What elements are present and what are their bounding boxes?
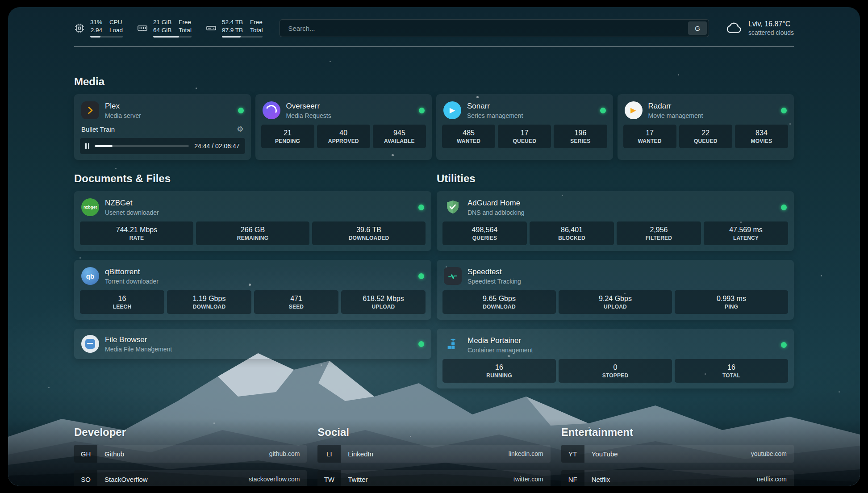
bookmarks-developer: Developer GH Github github.com SO StackO… [74,426,307,486]
cpu-stats: 31% CPU 2.94 Load [90,19,123,33]
bookmark-name: Netflix [584,476,610,483]
section-title-developer: Developer [74,426,307,439]
stat-filtered: 2,956 FILTERED [617,221,701,245]
portainer-link[interactable]: Media Portainer Container management [437,329,794,359]
speedtest-icon [444,267,462,285]
stat-queued: 22 QUEUED [679,125,732,148]
section-title-social: Social [317,426,550,439]
adguard-link[interactable]: AdGuard Home DNS and adblocking [437,191,794,221]
bookmark-abbr: YT [561,445,584,463]
weather-condition: scattered clouds [748,29,794,36]
stat-upload: 618.52 Mbps UPLOAD [341,290,426,314]
bookmark-url: youtube.com [751,450,794,457]
service-card-filebrowser: File Browser Media File Management [74,329,431,359]
stat-available: 945 AVAILABLE [373,125,426,148]
status-dot [600,108,606,113]
disk-total-label: Total [250,27,263,34]
service-subtitle: Usenet downloader [105,209,413,216]
cpu-usage-label: CPU [109,19,123,26]
sonarr-link[interactable]: ▶ Sonarr Series management [436,94,613,125]
service-card-radarr: ▶ Radarr Movie management 17 WANTED 22 Q… [618,94,794,160]
stat-download: 9.65 Gbps DOWNLOAD [442,290,556,314]
status-dot [238,108,244,113]
ram-icon [137,23,148,33]
filebrowser-link[interactable]: File Browser Media File Management [74,329,431,359]
stat-movies: 834 MOVIES [735,125,788,148]
service-name: Overseerr [286,102,413,111]
status-dot [419,108,425,113]
portainer-icon [444,336,462,354]
memory-free-value: 21 GiB [153,19,171,26]
memory-total-value: 64 GiB [153,27,171,34]
bookmark-stackoverflow[interactable]: SO StackOverflow stackoverflow.com [74,470,307,486]
playback-progress-bar [95,145,189,147]
service-subtitle: Movie management [648,112,776,119]
overseerr-icon [263,101,280,119]
pause-icon [85,143,89,149]
bookmark-linkedin[interactable]: LI LinkedIn linkedin.com [317,445,550,463]
service-card-qbittorrent: qb qBittorrent Torrent downloader 16 LEE… [74,260,431,320]
service-subtitle: Media Requests [286,112,413,119]
service-subtitle: Series management [467,112,594,119]
bookmarks-entertainment: Entertainment YT YouTube youtube.com NF … [561,426,794,486]
stat-approved: 40 APPROVED [317,125,370,148]
status-dot [781,205,787,210]
stat-running: 16 RUNNING [442,359,556,383]
nzbget-link[interactable]: nzbget NZBGet Usenet downloader [74,191,431,221]
weather-widget[interactable]: Lviv, 16.87°C scattered clouds [726,20,794,37]
bookmark-github[interactable]: GH Github github.com [74,445,307,463]
section-title-entertainment: Entertainment [561,426,794,439]
stat-ping: 0.993 ms PING [675,290,788,314]
service-subtitle: DNS and adblocking [467,209,775,216]
status-dot [418,273,424,279]
gear-icon[interactable]: ⚙ [237,125,243,134]
service-name: qBittorrent [105,267,413,276]
stat-total: 16 TOTAL [675,359,788,383]
plex-player: 24:44 / 02:06:47 [80,138,245,154]
stats-row: 485 WANTED 17 QUEUED 196 SERIES [436,125,613,154]
bookmark-abbr: NF [561,470,584,486]
overseerr-link[interactable]: Overseerr Media Requests [255,94,432,125]
service-subtitle: Media server [105,112,232,119]
dashboard-screen: 31% CPU 2.94 Load [8,7,860,486]
search-provider-button[interactable]: G [688,21,707,35]
stat-queries: 498,564 QUERIES [442,221,527,245]
disk-widget: 52.4 TB Free 97.9 TB Total [206,19,263,38]
disk-free-value: 52.4 TB [222,19,243,26]
service-subtitle: Container management [467,347,775,354]
bookmark-youtube[interactable]: YT YouTube youtube.com [561,445,794,463]
stats-row: 16 RUNNING 0 STOPPED 16 TOTAL [437,359,794,389]
radarr-link[interactable]: ▶ Radarr Movie management [618,94,794,125]
disk-icon [206,23,217,33]
speedtest-link[interactable]: Speedtest Speedtest Tracking [437,260,794,290]
disk-progress-bar [222,36,263,38]
cpu-widget: 31% CPU 2.94 Load [74,19,123,38]
stats-row: 16 LEECH 1.19 Gbps DOWNLOAD 471 SEED 6 [74,290,431,320]
qbittorrent-link[interactable]: qb qBittorrent Torrent downloader [74,260,431,290]
disk-progress-fill [222,36,241,38]
stat-rate: 744.21 Mbps RATE [80,221,193,245]
section-title-documents: Documents & Files [74,172,431,185]
playback-progress-fill [95,145,113,147]
memory-stats: 21 GiB Free 64 GiB Total [153,19,192,33]
memory-progress-fill [153,36,179,38]
bookmark-name: Twitter [341,476,367,483]
bookmark-name: StackOverflow [97,476,148,483]
utilities-column: Utilities AdGuard Home [437,172,794,389]
bookmark-netflix[interactable]: NF Netflix netflix.com [561,470,794,486]
disk-stats: 52.4 TB Free 97.9 TB Total [222,19,263,33]
stat-leech: 16 LEECH [80,290,164,314]
cpu-progress-bar [90,36,123,38]
bookmark-twitter[interactable]: TW Twitter twitter.com [317,470,550,486]
search-input[interactable] [282,25,688,32]
bookmark-name: LinkedIn [341,450,373,458]
plex-link[interactable]: Plex Media server [74,94,251,125]
stats-row: 9.65 Gbps DOWNLOAD 9.24 Gbps UPLOAD 0.99… [437,290,794,320]
documents-column: Documents & Files nzbget NZBGet Usenet d… [74,172,431,389]
middle-columns: Documents & Files nzbget NZBGet Usenet d… [74,172,794,389]
cloud-icon [726,20,743,37]
cpu-progress-fill [90,36,100,38]
media-grid: Plex Media server Bullet Train ⚙ [74,94,794,160]
service-name: File Browser [105,335,413,344]
memory-total-label: Total [179,27,192,34]
